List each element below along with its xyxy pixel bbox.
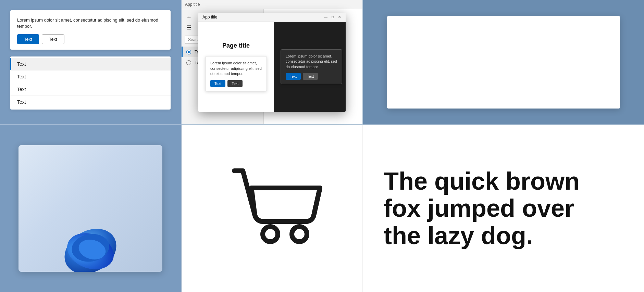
cell-bottom-left [0, 125, 182, 292]
nav-item-1[interactable]: Text [182, 47, 263, 57]
list-panel: Text Text Text Text [10, 56, 171, 110]
tagline-text: The quick brown fox jumped over the lazy… [384, 168, 589, 249]
shopping-cart-icon [221, 161, 323, 256]
browser-preview [18, 145, 162, 272]
dialog-button-row: Text Text [17, 34, 164, 44]
cell-bottom-right: The quick brown fox jumped over the lazy… [363, 125, 644, 292]
app-shell: App title ← ☰ 🔍 Text Text [182, 0, 362, 124]
cell-top-left: Lorem ipsum dolor sit amet, consectetur … [0, 0, 182, 125]
app-title: App title [185, 2, 200, 7]
list-item[interactable]: Text [10, 58, 171, 71]
back-button[interactable]: ← [182, 12, 263, 22]
search-input[interactable] [188, 37, 252, 42]
dialog-secondary-button[interactable]: Text [42, 34, 64, 44]
main-content: Page title [264, 9, 362, 124]
hamburger-icon[interactable]: ☰ [182, 22, 263, 33]
cell-top-right [363, 0, 644, 125]
list-item[interactable]: Text [10, 71, 171, 83]
search-icon: 🔍 [252, 37, 257, 42]
list-item[interactable]: Text [10, 96, 171, 108]
dialog-body-text: Lorem ipsum dolor sit amet, consectetur … [17, 17, 164, 29]
radio-button [186, 60, 191, 65]
edge-logo-icon [56, 210, 125, 272]
dialog-primary-button[interactable]: Text [17, 34, 39, 44]
svg-point-5 [292, 227, 307, 242]
nav-label-1: Text [195, 49, 203, 54]
svg-point-4 [263, 227, 278, 242]
app-titlebar: App title [182, 0, 362, 9]
cell-bottom-middle [182, 125, 363, 292]
radio-button-active [186, 50, 191, 54]
window-frame [387, 16, 620, 109]
page-title: Page title [271, 16, 356, 25]
list-item[interactable]: Text [10, 83, 171, 96]
search-box[interactable]: 🔍 [185, 36, 260, 44]
nav-item-2[interactable]: Text [182, 57, 263, 68]
cart-icon-container [221, 161, 323, 256]
sidebar: ← ☰ 🔍 Text Text [182, 9, 264, 124]
nav-label-2: Text [195, 60, 203, 65]
cell-top-middle: App title ← ☰ 🔍 Text Text [182, 0, 363, 125]
app-body: ← ☰ 🔍 Text Text Page [182, 9, 362, 124]
dialog-box: Lorem ipsum dolor sit amet, consectetur … [10, 10, 171, 50]
